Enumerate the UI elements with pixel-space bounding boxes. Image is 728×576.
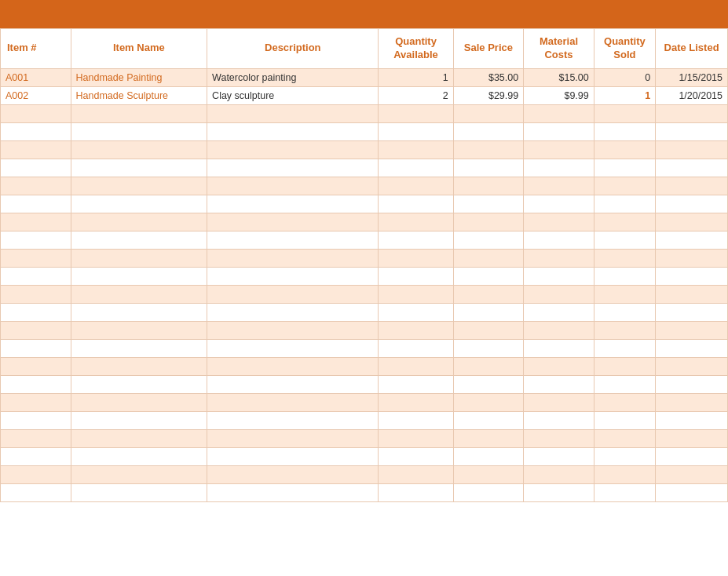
table-row[interactable]: A002 Handmade Sculpture Clay sculpture 2… bbox=[1, 86, 728, 104]
cell-empty bbox=[453, 375, 524, 393]
cell-empty bbox=[379, 267, 453, 285]
cell-empty bbox=[1, 285, 71, 303]
table-row-empty[interactable] bbox=[1, 249, 728, 267]
table-row-empty[interactable] bbox=[1, 447, 728, 465]
cell-empty bbox=[1, 159, 71, 177]
cell-empty bbox=[524, 465, 594, 483]
cell-empty bbox=[524, 231, 594, 249]
cell-empty bbox=[524, 122, 594, 140]
cell-empty bbox=[71, 393, 207, 411]
cell-empty bbox=[71, 303, 207, 321]
cell-empty bbox=[656, 357, 728, 375]
cell-empty bbox=[71, 411, 207, 429]
cell-item-num: A001 bbox=[1, 68, 71, 86]
table-row[interactable]: A001 Handmade Painting Watercolor painti… bbox=[1, 68, 728, 86]
cell-empty bbox=[656, 195, 728, 213]
cell-empty bbox=[379, 393, 453, 411]
cell-empty bbox=[207, 393, 379, 411]
cell-empty bbox=[656, 231, 728, 249]
table-row-empty[interactable] bbox=[1, 303, 728, 321]
cell-qty-available: 1 bbox=[379, 68, 453, 86]
cell-empty bbox=[453, 140, 524, 159]
table-row-empty[interactable] bbox=[1, 285, 728, 303]
table-row-empty[interactable] bbox=[1, 465, 728, 483]
table-row-empty[interactable] bbox=[1, 321, 728, 339]
table-row-empty[interactable] bbox=[1, 231, 728, 249]
cell-empty bbox=[1, 231, 71, 249]
cell-material-costs: $15.00 bbox=[524, 68, 594, 86]
cell-empty bbox=[656, 122, 728, 140]
cell-empty bbox=[379, 177, 453, 195]
cell-empty bbox=[71, 285, 207, 303]
cell-empty bbox=[594, 140, 655, 159]
cell-empty bbox=[656, 429, 728, 447]
cell-empty bbox=[524, 267, 594, 285]
table-row-empty[interactable] bbox=[1, 411, 728, 429]
table-row-empty[interactable] bbox=[1, 213, 728, 231]
cell-empty bbox=[1, 483, 71, 501]
cell-empty bbox=[453, 213, 524, 231]
table-row-empty[interactable] bbox=[1, 140, 728, 159]
cell-empty bbox=[1, 357, 71, 375]
cell-empty bbox=[1, 321, 71, 339]
cell-empty bbox=[524, 303, 594, 321]
cell-empty bbox=[524, 357, 594, 375]
cell-material-costs: $9.99 bbox=[524, 86, 594, 104]
cell-empty bbox=[71, 177, 207, 195]
table-row-empty[interactable] bbox=[1, 339, 728, 357]
cell-empty bbox=[524, 429, 594, 447]
table-row-empty[interactable] bbox=[1, 104, 728, 122]
cell-empty bbox=[1, 140, 71, 159]
cell-sale-price: $29.99 bbox=[453, 86, 524, 104]
cell-empty bbox=[656, 267, 728, 285]
cell-empty bbox=[379, 411, 453, 429]
cell-empty bbox=[453, 122, 524, 140]
table-row-empty[interactable] bbox=[1, 483, 728, 501]
cell-empty bbox=[207, 177, 379, 195]
cell-empty bbox=[207, 249, 379, 267]
table-row-empty[interactable] bbox=[1, 393, 728, 411]
table-row-empty[interactable] bbox=[1, 267, 728, 285]
cell-empty bbox=[594, 375, 655, 393]
cell-empty bbox=[656, 483, 728, 501]
table-row-empty[interactable] bbox=[1, 122, 728, 140]
cell-date-listed: 1/20/2015 bbox=[656, 86, 728, 104]
cell-empty bbox=[71, 465, 207, 483]
cell-empty bbox=[1, 411, 71, 429]
cell-empty bbox=[207, 357, 379, 375]
cell-empty bbox=[207, 447, 379, 465]
cell-sale-price: $35.00 bbox=[453, 68, 524, 86]
cell-empty bbox=[453, 267, 524, 285]
cell-empty bbox=[524, 321, 594, 339]
table-row-empty[interactable] bbox=[1, 357, 728, 375]
cell-qty-available: 2 bbox=[379, 86, 453, 104]
cell-item-num: A002 bbox=[1, 86, 71, 104]
cell-empty bbox=[524, 104, 594, 122]
cell-empty bbox=[379, 375, 453, 393]
table-row-empty[interactable] bbox=[1, 375, 728, 393]
cell-empty bbox=[453, 159, 524, 177]
cell-empty bbox=[1, 213, 71, 231]
table-row-empty[interactable] bbox=[1, 159, 728, 177]
cell-empty bbox=[453, 447, 524, 465]
cell-empty bbox=[71, 213, 207, 231]
cell-empty bbox=[1, 249, 71, 267]
cell-empty bbox=[594, 465, 655, 483]
col-header-sale-price: Sale Price bbox=[453, 29, 524, 69]
table-row-empty[interactable] bbox=[1, 429, 728, 447]
cell-empty bbox=[379, 285, 453, 303]
cell-empty bbox=[379, 465, 453, 483]
cell-empty bbox=[594, 411, 655, 429]
col-header-material-costs: MaterialCosts bbox=[524, 29, 594, 69]
cell-empty bbox=[656, 213, 728, 231]
cell-empty bbox=[453, 465, 524, 483]
cell-empty bbox=[594, 177, 655, 195]
cell-empty bbox=[594, 483, 655, 501]
cell-empty bbox=[379, 447, 453, 465]
cell-empty bbox=[594, 321, 655, 339]
cell-empty bbox=[379, 429, 453, 447]
table-row-empty[interactable] bbox=[1, 195, 728, 213]
table-body: A001 Handmade Painting Watercolor painti… bbox=[1, 68, 728, 501]
cell-empty bbox=[524, 375, 594, 393]
table-row-empty[interactable] bbox=[1, 177, 728, 195]
